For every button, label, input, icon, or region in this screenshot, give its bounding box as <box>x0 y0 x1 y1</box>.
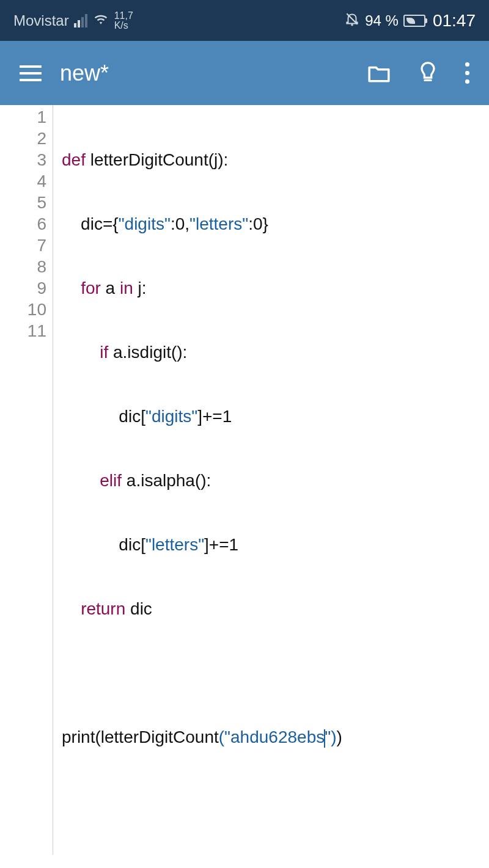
code-area[interactable]: def letterDigitCount(j): dic={"digits":0… <box>53 105 489 855</box>
line-number: 11 <box>0 320 46 341</box>
code-line[interactable]: return dic <box>62 598 489 619</box>
code-line[interactable] <box>62 790 489 812</box>
battery-icon <box>403 15 425 27</box>
line-number: 6 <box>0 213 46 235</box>
code-line[interactable]: for a in j: <box>62 277 489 299</box>
speed-unit: K/s <box>114 21 133 31</box>
data-speed: 11,7 K/s <box>114 11 133 31</box>
bell-off-icon <box>344 11 360 31</box>
line-number: 4 <box>0 170 46 192</box>
code-line[interactable] <box>62 662 489 684</box>
line-number: 2 <box>0 128 46 149</box>
toolbar-actions <box>367 61 469 86</box>
line-number: 7 <box>0 235 46 256</box>
code-editor[interactable]: 1 2 3 4 5 6 7 8 9 10 11 def letterDigitC… <box>0 105 489 855</box>
menu-button[interactable] <box>20 65 42 81</box>
line-number: 10 <box>0 299 46 320</box>
status-left: Movistar 11,7 K/s <box>13 11 133 31</box>
folder-button[interactable] <box>367 64 391 83</box>
status-right: 94 % 01:47 <box>344 11 476 31</box>
line-number-gutter: 1 2 3 4 5 6 7 8 9 10 11 <box>0 105 53 855</box>
line-number: 5 <box>0 192 46 213</box>
speed-value: 11,7 <box>114 11 133 21</box>
battery-percent: 94 % <box>365 12 399 29</box>
line-number: 1 <box>0 106 46 128</box>
code-line[interactable]: dic["digits"]+=1 <box>62 406 489 427</box>
code-line[interactable]: dic["letters"]+=1 <box>62 534 489 555</box>
file-title: new* <box>60 60 349 86</box>
overflow-menu-button[interactable] <box>465 62 469 84</box>
lightbulb-button[interactable] <box>419 61 437 86</box>
code-line[interactable]: if a.isdigit(): <box>62 341 489 363</box>
code-line[interactable]: def letterDigitCount(j): <box>62 149 489 170</box>
carrier-label: Movistar <box>13 12 69 29</box>
code-line[interactable]: print(letterDigitCount("ahdu628ebs")) <box>62 726 489 748</box>
wifi-icon <box>92 12 109 29</box>
line-number: 8 <box>0 256 46 277</box>
clock-time: 01:47 <box>433 11 476 31</box>
app-bar: new* <box>0 41 489 105</box>
line-number: 3 <box>0 149 46 170</box>
cellular-signal-icon <box>74 14 87 27</box>
svg-point-0 <box>351 24 353 26</box>
code-line[interactable]: elif a.isalpha(): <box>62 470 489 491</box>
status-bar: Movistar 11,7 K/s 94 % <box>0 0 489 41</box>
line-number: 9 <box>0 277 46 299</box>
code-line[interactable]: dic={"digits":0,"letters":0} <box>62 213 489 235</box>
